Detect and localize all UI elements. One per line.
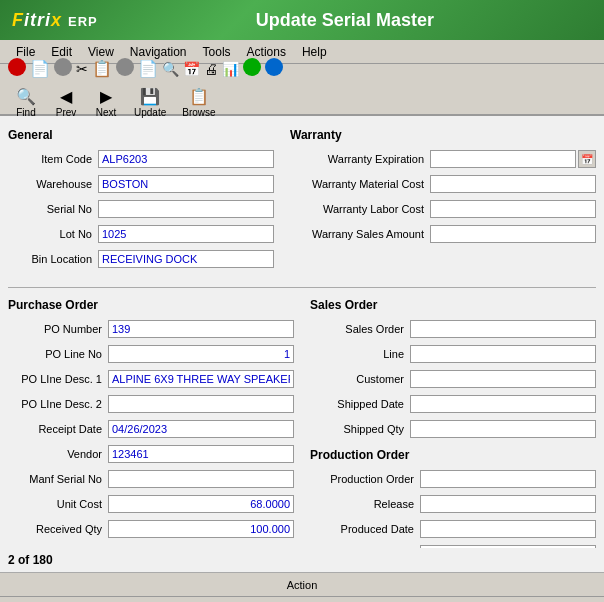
- item-code-row: Item Code: [8, 148, 274, 170]
- so-line-input[interactable]: [410, 345, 596, 363]
- bin-location-input[interactable]: [98, 250, 274, 268]
- release-input[interactable]: [420, 495, 596, 513]
- toolbar-icon-chart[interactable]: 📊: [222, 61, 239, 77]
- po-line-desc1-input[interactable]: [108, 370, 294, 388]
- warranty-sales-amount-input[interactable]: [430, 225, 596, 243]
- toolbar-icon-blue[interactable]: [265, 58, 283, 79]
- warranty-labor-cost-label: Warranty Labor Cost: [290, 203, 430, 215]
- so-row: Sales Order: [310, 318, 596, 340]
- lot-no-input[interactable]: [98, 225, 274, 243]
- prod-order-label: Production Order: [310, 473, 420, 485]
- po-line-desc2-label: PO LIne Desc. 2: [8, 398, 108, 410]
- toolbar-icon-search[interactable]: 🔍: [162, 61, 179, 77]
- po-line-desc1-row: PO LIne Desc. 1: [8, 368, 294, 390]
- update-icon: 💾: [139, 85, 161, 107]
- warranty-expiration-field: 📅: [430, 150, 596, 168]
- vendor-label: Vendor: [8, 448, 108, 460]
- browse-button[interactable]: 📋 Browse: [176, 83, 221, 120]
- warranty-material-cost-row: Warranty Material Cost: [290, 173, 596, 195]
- toolbar-icon-doc1[interactable]: 📄: [30, 59, 50, 78]
- warranty-expiration-row: Warranty Expiration 📅: [290, 148, 596, 170]
- serial-no-row: Serial No: [8, 198, 274, 220]
- sales-order-input[interactable]: [410, 320, 596, 338]
- release-label: Release: [310, 498, 420, 510]
- po-line-desc2-input[interactable]: [108, 395, 294, 413]
- unit-cost-row: Unit Cost: [8, 493, 294, 515]
- manf-serial-input[interactable]: [108, 470, 294, 488]
- shipped-date-input[interactable]: [410, 395, 596, 413]
- next-button[interactable]: ▶ Next: [88, 83, 124, 120]
- release-row: Release: [310, 493, 596, 515]
- toolbar: 📄 ✂ 📋 📄 🔍 📅 🖨 📊 🔍 Find ◀ Prev ▶: [0, 64, 604, 116]
- eng-revision-row: Eng Revision Level: [310, 543, 596, 548]
- serial-no-input[interactable]: [98, 200, 274, 218]
- prod-order-input[interactable]: [420, 470, 596, 488]
- toolbar-icon-doc2[interactable]: 📋: [92, 59, 112, 78]
- status-bar: GBC Version: 4.01.10.sidebarmenu-2024061…: [0, 596, 604, 602]
- app-logo: Fitrix ERP: [12, 10, 98, 31]
- po-line-no-input[interactable]: [108, 345, 294, 363]
- purchase-order-header: Purchase Order: [8, 298, 294, 312]
- toolbar-icon-green[interactable]: [243, 58, 261, 79]
- find-icon: 🔍: [15, 85, 37, 107]
- customer-row: Customer: [310, 368, 596, 390]
- warranty-labor-cost-input[interactable]: [430, 200, 596, 218]
- po-line-no-row: PO Line No: [8, 343, 294, 365]
- warranty-expiration-input[interactable]: [430, 150, 576, 168]
- so-label: Sales Order: [310, 323, 410, 335]
- warranty-sales-amount-label: Warrany Sales Amount: [290, 228, 430, 240]
- toolbar-icon-red1[interactable]: [8, 58, 26, 79]
- general-section: General Item Code Warehouse Serial No Lo…: [8, 124, 274, 273]
- received-qty-label: Received Qty: [8, 523, 108, 535]
- po-number-row: PO Number: [8, 318, 294, 340]
- vendor-input[interactable]: [108, 445, 294, 463]
- item-code-input[interactable]: [98, 150, 274, 168]
- calendar-icon[interactable]: 📅: [578, 150, 596, 168]
- toolbar-icon-cut[interactable]: ✂: [76, 61, 88, 77]
- warehouse-input[interactable]: [98, 175, 274, 193]
- right-sections: Sales Order Sales Order Line Customer Sh…: [310, 294, 596, 548]
- browse-icon: 📋: [188, 85, 210, 107]
- toolbar-icon-gray2[interactable]: [116, 58, 134, 79]
- vendor-row: Vendor: [8, 443, 294, 465]
- po-number-input[interactable]: [108, 320, 294, 338]
- menu-help[interactable]: Help: [294, 43, 335, 61]
- lot-no-row: Lot No: [8, 223, 274, 245]
- eng-revision-input[interactable]: [420, 545, 596, 548]
- customer-input[interactable]: [410, 370, 596, 388]
- produced-date-row: Produced Date: [310, 518, 596, 540]
- customer-label: Customer: [310, 373, 410, 385]
- warehouse-row: Warehouse: [8, 173, 274, 195]
- warehouse-label: Warehouse: [8, 178, 98, 190]
- po-line-no-label: PO Line No: [8, 348, 108, 360]
- bin-location-label: Bin Location: [8, 253, 98, 265]
- warranty-section-header: Warranty: [290, 128, 596, 142]
- find-button[interactable]: 🔍 Find: [8, 83, 44, 120]
- unit-cost-label: Unit Cost: [8, 498, 108, 510]
- shipped-date-row: Shipped Date: [310, 393, 596, 415]
- warranty-sales-amount-row: Warrany Sales Amount: [290, 223, 596, 245]
- production-order-header: Production Order: [310, 448, 596, 462]
- content-area: General Item Code Warehouse Serial No Lo…: [0, 116, 604, 548]
- toolbar-icon-doc3[interactable]: 📄: [138, 59, 158, 78]
- produced-date-input[interactable]: [420, 520, 596, 538]
- purchase-order-section: Purchase Order PO Number PO Line No PO L…: [8, 294, 294, 548]
- warranty-material-cost-input[interactable]: [430, 175, 596, 193]
- action-bar-label: Action: [287, 579, 318, 591]
- unit-cost-input[interactable]: [108, 495, 294, 513]
- toolbar-icon-gray1[interactable]: [54, 58, 72, 79]
- action-bar: Action: [0, 572, 604, 596]
- received-qty-input[interactable]: [108, 520, 294, 538]
- prod-order-row: Production Order: [310, 468, 596, 490]
- toolbar-icon-print[interactable]: 🖨: [204, 61, 218, 77]
- prev-button[interactable]: ◀ Prev: [48, 83, 84, 120]
- shipped-date-label: Shipped Date: [310, 398, 410, 410]
- sales-order-header: Sales Order: [310, 298, 596, 312]
- so-line-row: Line: [310, 343, 596, 365]
- produced-date-label: Produced Date: [310, 523, 420, 535]
- shipped-qty-input[interactable]: [410, 420, 596, 438]
- toolbar-icon-calendar[interactable]: 📅: [183, 61, 200, 77]
- receipt-date-input[interactable]: [108, 420, 294, 438]
- po-line-desc1-label: PO LIne Desc. 1: [8, 373, 108, 385]
- update-button[interactable]: 💾 Update: [128, 83, 172, 120]
